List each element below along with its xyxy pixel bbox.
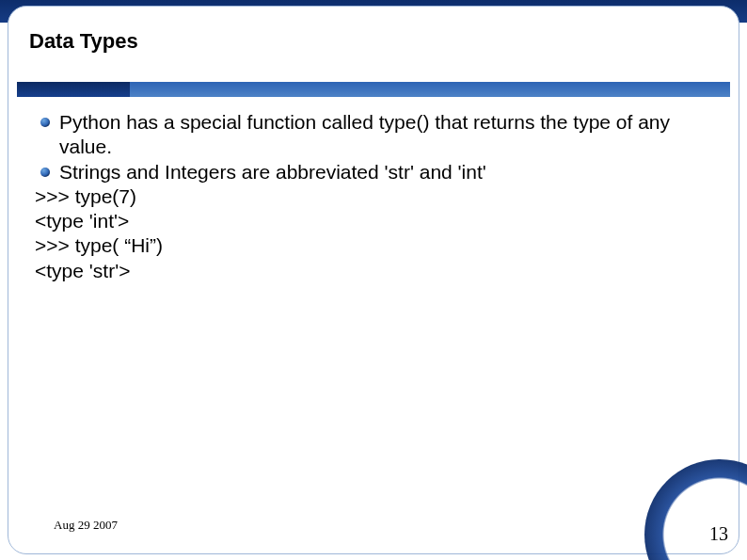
footer-date: Aug 29 2007 [54,518,118,533]
bullet-text: Python has a special function called typ… [59,111,670,157]
divider-light-segment [130,82,730,97]
divider-band [17,82,730,97]
bullet-text: Strings and Integers are abbreviated 'st… [59,161,486,183]
slide-card: Data Types Python has a special function… [8,6,739,554]
bullet-icon [40,168,50,177]
bullet-icon [40,118,50,127]
content-area: Python has a special function called typ… [35,110,701,283]
slide: Data Types Python has a special function… [0,0,747,560]
bullet-item: Python has a special function called typ… [35,110,701,160]
slide-title: Data Types [29,29,138,54]
divider-dark-segment [17,82,130,97]
code-line: <type 'int'> [35,209,701,233]
code-line: >>> type(7) [35,184,701,209]
bullet-item: Strings and Integers are abbreviated 'st… [35,160,701,184]
page-number: 13 [709,523,728,545]
corner-arc-decoration [644,459,747,560]
code-line: <type 'str'> [35,259,701,283]
code-line: >>> type( “Hi”) [35,233,701,258]
